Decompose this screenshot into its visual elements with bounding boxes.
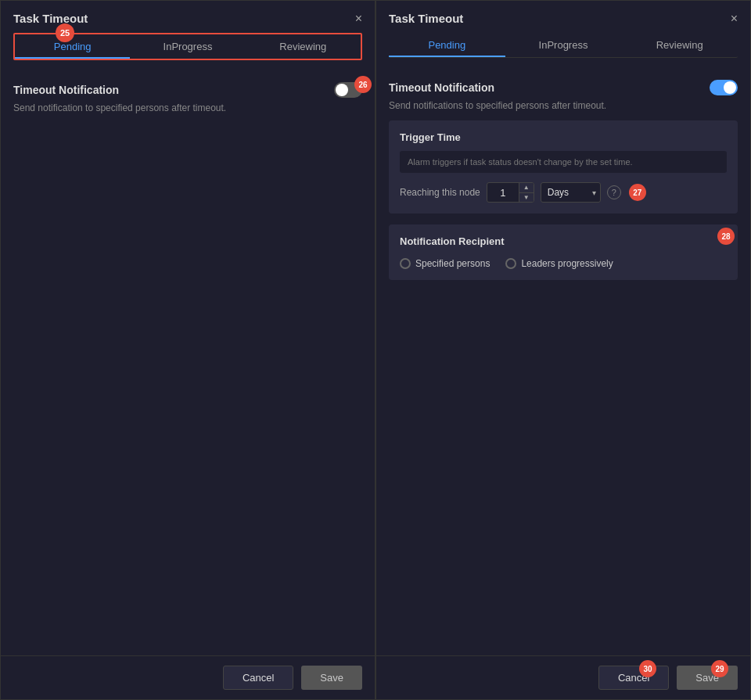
left-tab-pending[interactable]: Pending	[15, 34, 130, 59]
right-cancel-button[interactable]: Cancel	[598, 666, 669, 690]
radio-leaders-progressively-circle	[505, 258, 516, 269]
left-panel-footer: Cancel Save	[1, 655, 375, 699]
trigger-time-title: Trigger Time	[400, 131, 727, 143]
left-timeout-header: Timeout Notification 26	[13, 82, 362, 98]
right-panel-title: Task Timeout	[389, 12, 463, 25]
trigger-hint: Alarm triggers if task status doesn't ch…	[400, 151, 727, 173]
notification-recipient-box: Notification Recipient 28 Specified pers…	[389, 224, 738, 280]
recipient-title: Notification Recipient 28	[400, 235, 727, 247]
right-timeout-description: Send notifications to specified persons …	[389, 100, 738, 111]
trigger-row: Reaching this node ▲ ▼ Days Hours Minute…	[400, 182, 727, 203]
left-cancel-button[interactable]: Cancel	[223, 666, 293, 690]
left-panel-body: Timeout Notification 26 Send notificatio…	[1, 70, 375, 655]
stepper-up-button[interactable]: ▲	[519, 183, 534, 192]
radio-specified-persons-label: Specified persons	[415, 258, 490, 269]
stepper-buttons: ▲ ▼	[519, 183, 534, 202]
radio-leaders-progressively[interactable]: Leaders progressively	[505, 258, 613, 269]
reaching-label: Reaching this node	[400, 187, 480, 198]
right-timeout-header: Timeout Notification	[389, 80, 738, 95]
right-save-button[interactable]: Save	[677, 666, 738, 690]
days-select[interactable]: Days Hours Minutes	[541, 182, 601, 203]
left-panel: Task Timeout × 25 Pending InProgress Rev…	[0, 0, 376, 700]
right-toggle[interactable]	[710, 80, 738, 95]
left-timeout-title: Timeout Notification	[13, 84, 119, 96]
badge-27: 27	[629, 184, 646, 201]
left-save-button[interactable]: Save	[301, 666, 362, 690]
badge-26: 26	[354, 76, 372, 93]
number-input[interactable]	[487, 184, 519, 202]
radio-specified-persons[interactable]: Specified persons	[400, 258, 490, 269]
right-tabs-container: Pending InProgress Reviewing	[376, 33, 750, 58]
left-tabs: Pending InProgress Reviewing	[13, 33, 362, 60]
right-tab-reviewing[interactable]: Reviewing	[621, 33, 738, 57]
left-close-button[interactable]: ×	[355, 13, 362, 25]
badge-30: 30	[639, 660, 656, 677]
radio-leaders-progressively-label: Leaders progressively	[521, 258, 613, 269]
right-toggle-track	[710, 80, 738, 95]
left-panel-title: Task Timeout	[13, 12, 88, 25]
radio-specified-persons-circle	[400, 258, 411, 269]
days-select-wrap: Days Hours Minutes ▾	[541, 182, 601, 203]
right-timeout-title: Timeout Notification	[389, 81, 494, 94]
right-panel: Task Timeout × Pending InProgress Review…	[376, 0, 751, 700]
left-toggle-thumb	[336, 84, 348, 96]
stepper-down-button[interactable]: ▼	[519, 192, 534, 202]
right-panel-header: Task Timeout ×	[376, 1, 750, 33]
radio-group: Specified persons Leaders progressively	[400, 258, 727, 269]
number-input-wrap: ▲ ▼	[487, 182, 534, 203]
right-tab-inprogress[interactable]: InProgress	[505, 33, 622, 57]
left-tab-reviewing[interactable]: Reviewing	[246, 34, 361, 59]
right-tab-pending[interactable]: Pending	[389, 33, 505, 57]
left-timeout-description: Send notification to specified persons a…	[13, 102, 362, 113]
right-panel-body: Timeout Notification Send notifications …	[376, 67, 750, 655]
left-tabs-container: 25 Pending InProgress Reviewing	[1, 33, 375, 60]
badge-29: 29	[711, 660, 728, 677]
left-tab-inprogress[interactable]: InProgress	[130, 34, 245, 59]
help-icon[interactable]: ?	[607, 185, 621, 199]
right-tabs: Pending InProgress Reviewing	[389, 33, 738, 58]
right-toggle-thumb	[724, 81, 736, 94]
right-close-button[interactable]: ×	[731, 13, 738, 25]
badge-28: 28	[717, 228, 735, 245]
right-panel-footer: 30 29 Cancel Save	[376, 655, 750, 699]
trigger-time-box: Trigger Time Alarm triggers if task stat…	[389, 120, 738, 214]
